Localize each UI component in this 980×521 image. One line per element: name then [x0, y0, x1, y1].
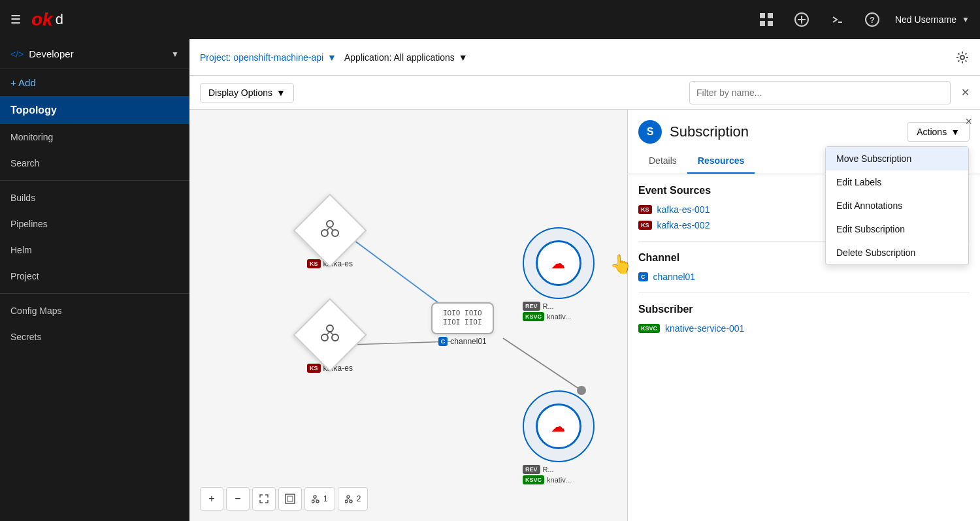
plus-icon[interactable]	[794, 12, 809, 27]
channel-item-link[interactable]: channel01	[653, 272, 696, 282]
svg-point-16	[327, 221, 333, 227]
group-bottom-rev-badge: REV	[523, 465, 540, 474]
topology-filter-1-button[interactable]: 1	[304, 487, 335, 511]
group-bottom-badge-row: REV R...	[523, 465, 595, 474]
panel-icon: S	[638, 120, 662, 144]
subscriber-link[interactable]: knative-service-001	[665, 323, 744, 334]
group-top-label: R...	[543, 302, 554, 310]
svg-point-10	[960, 55, 964, 59]
svg-point-35	[347, 496, 350, 498]
svg-line-39	[348, 498, 350, 500]
kafka-node-2[interactable]: KS kafka-es	[304, 309, 356, 373]
kafka-1-badge: KS	[307, 259, 321, 268]
dropdown-move-subscription[interactable]: Move Subscription	[826, 147, 968, 170]
project-toolbar: Project: openshift-machine-api ▼ Applica…	[189, 39, 980, 76]
topology-canvas[interactable]: KS kafka-es	[189, 110, 980, 521]
event-source-2-link[interactable]: kafka-es-002	[657, 220, 710, 230]
zoom-expand-button[interactable]	[278, 487, 302, 511]
app-selector[interactable]: Application: All applications ▼	[344, 52, 468, 63]
kafka-node-1[interactable]: KS kafka-es	[304, 204, 356, 268]
inner-circle-bottom: ☁	[536, 403, 581, 449]
filter-clear-icon[interactable]: ✕	[961, 86, 970, 99]
svg-point-36	[345, 500, 348, 503]
panel-icon-letter: S	[647, 126, 654, 138]
sidebar-item-secrets[interactable]: Secrets	[0, 324, 189, 350]
zoom-in-button[interactable]: +	[200, 487, 223, 511]
kafka-node-2-shape	[293, 298, 367, 371]
event-source-2-badge: KS	[638, 221, 652, 230]
topology-filter-2-button[interactable]: 2	[338, 487, 368, 511]
sidebar-add-button[interactable]: + Add	[0, 69, 189, 97]
display-options-label: Display Options	[208, 87, 272, 98]
group-bottom-label: R...	[543, 466, 554, 473]
group-bottom-ksvc-row: KSVC knativ...	[523, 475, 595, 484]
panel-actions-arrow: ▼	[951, 127, 960, 137]
grid-icon[interactable]	[759, 12, 774, 27]
dropdown-edit-subscription[interactable]: Edit Subscription	[826, 217, 968, 241]
group-node-bottom[interactable]: ☁ REV R... KSVC knativ...	[523, 390, 595, 484]
svg-rect-3	[768, 21, 773, 26]
user-dropdown-arrow: ▼	[962, 15, 970, 24]
display-options-button[interactable]: Display Options ▼	[200, 83, 294, 103]
sidebar-item-project[interactable]: Project	[0, 263, 189, 289]
project-label: Project: openshift-machine-api	[200, 52, 323, 63]
kafka-icon-2	[320, 323, 340, 347]
user-section[interactable]: Ned Username ▼	[895, 14, 970, 25]
main-area: Project: openshift-machine-api ▼ Applica…	[189, 39, 980, 521]
kafka-node-1-shape	[293, 193, 367, 267]
group-bottom-ksvc-badge: KSVC	[523, 475, 544, 484]
sidebar-role-label: Developer	[29, 48, 73, 59]
topology-icon-1	[312, 494, 321, 503]
dropdown-edit-annotations[interactable]: Edit Annotations	[826, 194, 968, 217]
panel-title: Subscription	[670, 123, 749, 140]
tab-resources[interactable]: Resources	[687, 149, 755, 174]
project-selector[interactable]: Project: openshift-machine-api ▼	[200, 52, 336, 63]
svg-line-25	[330, 332, 333, 335]
sidebar-item-config-maps[interactable]: Config Maps	[0, 298, 189, 324]
hamburger-menu[interactable]: ☰	[10, 12, 21, 27]
svg-rect-29	[287, 496, 293, 501]
group-top-rev-badge: REV	[523, 302, 540, 311]
panel-actions-button[interactable]: Actions ▼ Move Subscription Edit Labels …	[907, 122, 970, 142]
username-label: Ned Username	[895, 14, 956, 25]
sidebar-item-helm[interactable]: Helm	[0, 237, 189, 263]
divider-2	[638, 292, 970, 293]
app-arrow-icon: ▼	[459, 52, 468, 63]
sidebar-item-pipelines[interactable]: Pipelines	[0, 211, 189, 237]
channel-text: channel01	[450, 337, 486, 346]
channel-node[interactable]: IOIO IOIOIIOI IIOI C channel01	[431, 302, 494, 346]
logo: ok d	[31, 9, 63, 30]
sidebar-role-selector[interactable]: </> Developer ▼	[0, 39, 189, 69]
settings-icon[interactable]	[955, 50, 970, 65]
dropdown-edit-labels[interactable]: Edit Labels	[826, 170, 968, 194]
channel-badge: C	[438, 337, 448, 346]
sidebar-item-monitoring[interactable]: Monitoring	[0, 124, 189, 150]
tab-details[interactable]: Details	[638, 149, 687, 174]
subscriber-section-title: Subscriber	[638, 304, 970, 315]
sidebar-item-search[interactable]: Search	[0, 150, 189, 176]
dropdown-delete-subscription[interactable]: Delete Subscription	[826, 241, 968, 264]
svg-line-20	[330, 227, 333, 230]
event-source-1-link[interactable]: kafka-es-001	[657, 204, 710, 215]
sidebar-item-topology[interactable]: Topology	[0, 97, 189, 124]
app-label: Application: All applications	[344, 52, 455, 63]
panel-close-button[interactable]: ×	[965, 115, 972, 129]
group-node-top[interactable]: ☁ REV R... KSVC knativ...	[523, 227, 595, 321]
zoom-out-button[interactable]: −	[226, 487, 250, 511]
kafka-icon-1	[320, 219, 340, 242]
actions-dropdown: Move Subscription Edit Labels Edit Annot…	[825, 146, 969, 265]
svg-rect-2	[760, 21, 765, 26]
terminal-icon[interactable]	[830, 12, 844, 27]
filter-input[interactable]	[689, 81, 951, 104]
svg-rect-1	[768, 13, 773, 18]
help-icon[interactable]: ?	[865, 12, 879, 27]
event-source-1-badge: KS	[638, 205, 652, 214]
svg-text:☁: ☁	[551, 255, 565, 272]
zoom-fit-button[interactable]	[252, 487, 276, 511]
channel-shape: IOIO IOIOIIOI IIOI	[431, 302, 494, 334]
fit-icon	[259, 494, 269, 504]
subscriber-badge: KSVC	[638, 324, 660, 333]
sidebar-item-builds[interactable]: Builds	[0, 185, 189, 211]
channel-item-badge: C	[638, 272, 648, 281]
group-top-ksvc-label: knativ...	[547, 313, 571, 321]
